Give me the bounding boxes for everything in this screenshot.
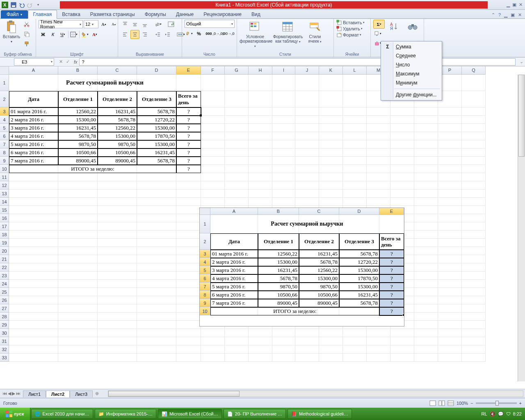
cell[interactable]: ИТОГО за неделю: <box>9 165 176 173</box>
menu-sum[interactable]: ΣСумма <box>382 42 441 51</box>
cell[interactable] <box>319 165 343 173</box>
cell[interactable] <box>137 288 176 296</box>
cell[interactable] <box>249 337 272 345</box>
sheet-tab[interactable]: Лист1 <box>23 390 46 397</box>
row-header[interactable]: 15 <box>0 206 9 214</box>
cell[interactable] <box>319 337 343 345</box>
wrap-text-button[interactable] <box>167 20 176 29</box>
cell[interactable] <box>367 189 390 198</box>
cell[interactable] <box>225 337 249 345</box>
cell[interactable]: Дата <box>9 91 58 107</box>
bold-button[interactable]: Ж <box>39 30 48 39</box>
cell[interactable] <box>462 198 486 206</box>
cell[interactable] <box>9 304 58 313</box>
cell[interactable] <box>176 239 201 247</box>
cell[interactable] <box>201 337 225 345</box>
new-sheet-icon[interactable]: ⊕ <box>93 391 101 396</box>
cell[interactable] <box>98 263 137 272</box>
cells-format-button[interactable]: Формат ▾ <box>336 32 361 38</box>
column-header[interactable]: E <box>176 66 201 75</box>
cell[interactable] <box>462 313 486 321</box>
cell[interactable] <box>249 75 272 91</box>
cell[interactable] <box>319 148 343 157</box>
cell[interactable] <box>225 354 249 362</box>
paste-button[interactable]: Вставить ▾ <box>2 20 21 43</box>
cell[interactable] <box>9 189 58 198</box>
cell[interactable] <box>249 148 272 157</box>
cell[interactable] <box>58 337 98 345</box>
cell[interactable] <box>9 329 58 337</box>
column-header[interactable]: K <box>319 66 343 75</box>
cell[interactable] <box>462 247 486 255</box>
cell[interactable] <box>367 329 390 337</box>
tab-page-layout[interactable]: Разметка страницы <box>85 10 140 18</box>
cell[interactable]: 2 марта 2016 г. <box>9 116 58 124</box>
cell[interactable] <box>58 222 98 231</box>
cell[interactable] <box>9 288 58 296</box>
cell[interactable] <box>367 140 390 148</box>
tab-view[interactable]: Вид <box>247 10 265 18</box>
ribbon-minimize-icon[interactable]: ⌃ <box>491 12 495 18</box>
align-middle-button[interactable] <box>130 20 139 29</box>
cell[interactable] <box>201 329 225 337</box>
language-indicator[interactable]: RL <box>482 411 487 416</box>
cell[interactable]: ? <box>176 148 201 157</box>
help-icon[interactable]: ? <box>498 12 501 18</box>
cell[interactable] <box>249 173 272 181</box>
cell[interactable] <box>414 329 438 337</box>
cell[interactable] <box>272 354 295 362</box>
tray-icon[interactable]: 🔇 <box>490 411 495 417</box>
row-header[interactable]: 17 <box>0 222 9 231</box>
cell[interactable] <box>414 239 438 247</box>
cell[interactable] <box>98 239 137 247</box>
cell[interactable] <box>225 91 249 107</box>
cell[interactable] <box>462 214 486 222</box>
cell[interactable] <box>414 148 438 157</box>
zoom-slider-thumb[interactable] <box>495 401 499 406</box>
cell[interactable] <box>367 148 390 157</box>
cell[interactable] <box>58 321 98 329</box>
zoom-in-icon[interactable]: + <box>519 401 522 406</box>
minimize-window-icon[interactable]: ▁ <box>507 2 510 7</box>
cell[interactable] <box>462 255 486 263</box>
cell[interactable] <box>137 337 176 345</box>
cell[interactable] <box>295 91 319 107</box>
cell[interactable]: ? <box>176 107 201 116</box>
row-header[interactable]: 14 <box>0 198 9 206</box>
cell[interactable] <box>414 140 438 148</box>
cell[interactable] <box>343 345 367 354</box>
cell[interactable] <box>319 140 343 148</box>
qat-redo-icon[interactable] <box>26 1 34 9</box>
cell[interactable] <box>367 173 390 181</box>
cell[interactable] <box>225 165 249 173</box>
cell[interactable] <box>9 280 58 288</box>
cell[interactable] <box>225 124 249 132</box>
cell[interactable] <box>272 91 295 107</box>
cell[interactable] <box>201 148 225 157</box>
cell[interactable]: 16231,45 <box>98 107 137 116</box>
cell[interactable] <box>225 181 249 189</box>
cell[interactable] <box>58 288 98 296</box>
cell[interactable] <box>9 345 58 354</box>
cell[interactable] <box>414 280 438 288</box>
cell[interactable] <box>137 255 176 263</box>
cell[interactable] <box>343 173 367 181</box>
cell[interactable] <box>343 107 367 116</box>
cell[interactable] <box>176 296 201 304</box>
cell[interactable] <box>438 116 462 124</box>
cell[interactable] <box>438 124 462 132</box>
cell[interactable] <box>201 116 225 124</box>
cell[interactable] <box>295 75 319 91</box>
sheet-nav-last-icon[interactable]: ⏭ <box>16 391 21 396</box>
percent-button[interactable]: % <box>194 29 203 38</box>
row-header[interactable]: 2 <box>0 91 9 107</box>
cell[interactable] <box>319 124 343 132</box>
cell[interactable] <box>137 272 176 280</box>
cell[interactable] <box>438 206 462 214</box>
cell[interactable] <box>438 181 462 189</box>
cell[interactable]: Отделение 2 <box>98 91 137 107</box>
cell[interactable] <box>249 91 272 107</box>
cell[interactable] <box>367 116 390 124</box>
cell[interactable] <box>98 214 137 222</box>
cell[interactable] <box>295 189 319 198</box>
